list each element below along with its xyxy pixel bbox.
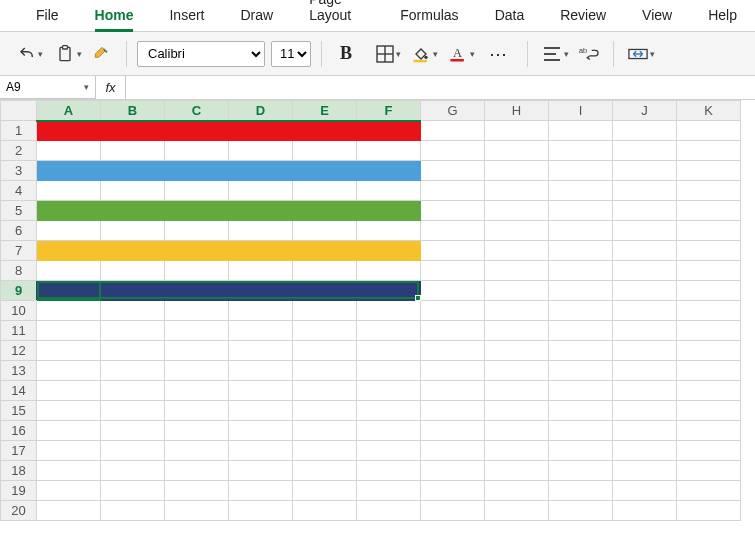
cell-C16[interactable] [165,421,229,441]
cell-I14[interactable] [549,381,613,401]
cell-H15[interactable] [485,401,549,421]
cell-A15[interactable] [37,401,101,421]
cell-A5[interactable] [37,201,101,221]
cell-E7[interactable] [293,241,357,261]
cell-K9[interactable] [677,281,741,301]
cell-G11[interactable] [421,321,485,341]
cell-G16[interactable] [421,421,485,441]
cell-D17[interactable] [229,441,293,461]
more-font-button[interactable]: ⋯ [481,40,517,68]
cell-F5[interactable] [357,201,421,221]
cell-G19[interactable] [421,481,485,501]
cell-K12[interactable] [677,341,741,361]
cell-C3[interactable] [165,161,229,181]
cell-K19[interactable] [677,481,741,501]
cell-K5[interactable] [677,201,741,221]
cell-D15[interactable] [229,401,293,421]
row-header-5[interactable]: 5 [1,201,37,221]
cell-K2[interactable] [677,141,741,161]
cell-D16[interactable] [229,421,293,441]
cell-D9[interactable] [229,281,293,301]
cell-E8[interactable] [293,261,357,281]
grid[interactable]: ABCDEFGHIJK12345678910111213141516171819… [0,100,741,521]
column-header-B[interactable]: B [101,101,165,121]
row-header-16[interactable]: 16 [1,421,37,441]
cell-K3[interactable] [677,161,741,181]
column-header-C[interactable]: C [165,101,229,121]
cell-G1[interactable] [421,121,485,141]
cell-K1[interactable] [677,121,741,141]
cell-H16[interactable] [485,421,549,441]
cell-F7[interactable] [357,241,421,261]
column-header-I[interactable]: I [549,101,613,121]
column-header-E[interactable]: E [293,101,357,121]
cell-E10[interactable] [293,301,357,321]
cell-I13[interactable] [549,361,613,381]
row-header-15[interactable]: 15 [1,401,37,421]
name-box[interactable]: ▾ [0,76,96,99]
column-header-K[interactable]: K [677,101,741,121]
cell-D20[interactable] [229,501,293,521]
cell-K10[interactable] [677,301,741,321]
tab-insert[interactable]: Insert [151,1,222,31]
cell-A3[interactable] [37,161,101,181]
cell-J3[interactable] [613,161,677,181]
cell-B13[interactable] [101,361,165,381]
cell-J12[interactable] [613,341,677,361]
cell-I19[interactable] [549,481,613,501]
cell-I15[interactable] [549,401,613,421]
row-header-7[interactable]: 7 [1,241,37,261]
cell-F9[interactable] [357,281,421,301]
borders-button[interactable]: ▾ [372,40,405,68]
cell-G5[interactable] [421,201,485,221]
fx-label[interactable]: fx [96,76,126,99]
cell-B3[interactable] [101,161,165,181]
cell-H11[interactable] [485,321,549,341]
wrap-text-button[interactable]: ab [575,40,603,68]
cell-E5[interactable] [293,201,357,221]
row-header-6[interactable]: 6 [1,221,37,241]
cell-H7[interactable] [485,241,549,261]
cell-G17[interactable] [421,441,485,461]
cell-J13[interactable] [613,361,677,381]
cell-A10[interactable] [37,301,101,321]
cell-C11[interactable] [165,321,229,341]
cell-F11[interactable] [357,321,421,341]
cell-B1[interactable] [101,121,165,141]
cell-F14[interactable] [357,381,421,401]
cell-J8[interactable] [613,261,677,281]
bold-button[interactable]: B [332,40,360,68]
cell-A17[interactable] [37,441,101,461]
cell-J7[interactable] [613,241,677,261]
font-size-select[interactable]: 11 [271,41,311,67]
cell-E6[interactable] [293,221,357,241]
cell-B5[interactable] [101,201,165,221]
cell-C6[interactable] [165,221,229,241]
cell-J1[interactable] [613,121,677,141]
cell-J4[interactable] [613,181,677,201]
cell-I6[interactable] [549,221,613,241]
cell-E3[interactable] [293,161,357,181]
cell-F17[interactable] [357,441,421,461]
cell-E4[interactable] [293,181,357,201]
cell-J18[interactable] [613,461,677,481]
cell-G9[interactable] [421,281,485,301]
cell-F4[interactable] [357,181,421,201]
cell-D6[interactable] [229,221,293,241]
cell-I18[interactable] [549,461,613,481]
cell-H14[interactable] [485,381,549,401]
cell-D2[interactable] [229,141,293,161]
cell-K6[interactable] [677,221,741,241]
cell-E12[interactable] [293,341,357,361]
cell-E19[interactable] [293,481,357,501]
cell-K14[interactable] [677,381,741,401]
cell-J17[interactable] [613,441,677,461]
cell-D5[interactable] [229,201,293,221]
tab-home[interactable]: Home [77,1,152,31]
tab-view[interactable]: View [624,1,690,31]
cell-D18[interactable] [229,461,293,481]
cell-H5[interactable] [485,201,549,221]
cell-D1[interactable] [229,121,293,141]
cell-F18[interactable] [357,461,421,481]
row-header-3[interactable]: 3 [1,161,37,181]
